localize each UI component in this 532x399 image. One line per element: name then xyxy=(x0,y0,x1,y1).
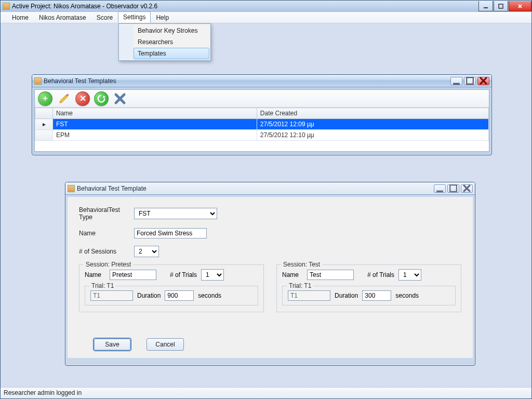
svg-rect-0 xyxy=(484,7,488,8)
session1-trial-name xyxy=(90,290,133,301)
session1-trials-select[interactable]: 1 xyxy=(201,269,224,281)
session2-trial-group: Trial: T1 Duration seconds xyxy=(282,286,456,305)
session1-duration-input[interactable] xyxy=(165,290,194,301)
settings-researchers[interactable]: Researchers xyxy=(134,36,209,48)
templates-list-title: Behavioral Test Templates xyxy=(44,77,116,85)
table-row[interactable]: ▸ FST 27/5/2012 12:09 μμ xyxy=(35,119,489,130)
template-form-body: BehavioralTest Type FST Name # of Sessio… xyxy=(68,197,473,358)
template-form-window: Behavioral Test Template BehavioralTest … xyxy=(65,182,475,366)
svg-rect-1 xyxy=(499,4,503,8)
form-maximize-button[interactable] xyxy=(447,184,459,193)
titlebar: Active Project: Nikos Aromatase - Observ… xyxy=(1,1,531,12)
refresh-icon[interactable] xyxy=(94,91,109,106)
label-seconds2: seconds xyxy=(395,292,419,299)
session1-trial-group: Trial: T1 Duration seconds xyxy=(85,286,258,305)
session2-trial-title: Trial: T1 xyxy=(287,282,313,289)
settings-dropdown: Behavior Key Strokes Researchers Templat… xyxy=(118,23,211,61)
minimize-button[interactable] xyxy=(478,1,493,11)
app-icon xyxy=(3,3,10,10)
label-testtype: BehavioralTest Type xyxy=(79,206,129,221)
label-duration2: Duration xyxy=(335,292,358,299)
templates-maximize-button[interactable] xyxy=(464,77,476,85)
session2-trials-select[interactable]: 1 xyxy=(398,269,421,281)
window-title: Active Project: Nikos Aromatase - Observ… xyxy=(12,3,157,10)
templates-minimize-button[interactable] xyxy=(450,77,462,85)
settings-templates[interactable]: Templates xyxy=(134,48,209,59)
svg-marker-6 xyxy=(103,95,106,98)
label-session1-trials: # of Trials xyxy=(170,271,197,278)
menu-project[interactable]: Nikos Aromatase xyxy=(34,12,91,23)
template-form-titlebar[interactable]: Behavioral Test Template xyxy=(65,182,475,195)
session-test-group: Session: Test Name # of Trials 1 Trial: … xyxy=(276,264,461,312)
label-sessions: # of Sessions xyxy=(79,248,129,255)
cancel-icon[interactable] xyxy=(113,91,127,106)
svg-marker-4 xyxy=(60,95,68,103)
label-name: Name xyxy=(79,230,129,237)
session1-name-input[interactable] xyxy=(110,270,156,280)
label-session2-trials: # of Trials xyxy=(367,271,394,278)
delete-icon[interactable]: ✕ xyxy=(75,91,90,106)
menu-settings[interactable]: Settings Behavior Key Strokes Researcher… xyxy=(118,11,151,23)
templates-toolbar: ＋ ✕ xyxy=(35,90,489,108)
cell-name: EPM xyxy=(53,130,257,141)
edit-icon[interactable] xyxy=(57,91,71,106)
svg-rect-7 xyxy=(436,191,443,192)
menu-home[interactable]: Home xyxy=(7,12,34,23)
form-minimize-button[interactable] xyxy=(434,184,446,193)
client-area: Behavioral Test Templates ＋ ✕ xyxy=(1,23,531,387)
cell-date: 27/5/2012 12:09 μμ xyxy=(257,119,488,130)
menu-score[interactable]: Score xyxy=(91,12,118,23)
sessions-select[interactable]: 2 xyxy=(134,246,159,257)
testtype-select[interactable]: FST xyxy=(134,208,217,219)
templates-list-window: Behavioral Test Templates ＋ ✕ xyxy=(32,74,492,155)
label-session1-name: Name xyxy=(85,271,105,278)
cell-name: FST xyxy=(53,119,257,130)
row-header-blank xyxy=(35,108,53,119)
table-row[interactable]: EPM 27/5/2012 12:10 μμ xyxy=(35,130,489,141)
templates-grid[interactable]: Name Date Created ▸ FST 27/5/2012 12:09 … xyxy=(35,108,489,141)
add-icon[interactable]: ＋ xyxy=(38,91,52,106)
templates-list-titlebar[interactable]: Behavioral Test Templates xyxy=(32,75,491,87)
main-window: Active Project: Nikos Aromatase - Observ… xyxy=(0,0,532,399)
maximize-button[interactable] xyxy=(494,1,508,11)
window-controls xyxy=(478,1,531,11)
col-date[interactable]: Date Created xyxy=(257,108,488,119)
templates-close-button[interactable] xyxy=(477,77,489,85)
template-form-title: Behavioral Test Template xyxy=(77,185,147,192)
session2-trial-name xyxy=(288,290,330,301)
session2-duration-input[interactable] xyxy=(362,290,391,301)
status-text: Researcher admin logged in xyxy=(4,389,82,396)
session-pretest-group: Session: Pretest Name # of Trials 1 Tria… xyxy=(79,264,264,312)
row-indicator-icon xyxy=(35,130,53,141)
session1-trial-title: Trial: T1 xyxy=(89,282,116,289)
form-icon xyxy=(68,185,75,192)
name-input[interactable] xyxy=(134,228,207,238)
settings-keystrokes[interactable]: Behavior Key Strokes xyxy=(134,25,209,36)
label-session2-name: Name xyxy=(282,271,303,278)
close-button[interactable] xyxy=(509,1,531,11)
cell-date: 27/5/2012 12:10 μμ xyxy=(257,130,488,141)
save-button[interactable]: Save xyxy=(94,338,131,351)
form-close-button[interactable] xyxy=(461,184,473,193)
form-icon xyxy=(34,77,42,85)
session1-title: Session: Pretest xyxy=(84,261,133,268)
label-duration1: Duration xyxy=(137,292,161,299)
svg-rect-8 xyxy=(450,185,457,192)
svg-rect-2 xyxy=(453,83,460,85)
session2-title: Session: Test xyxy=(281,261,322,268)
menu-settings-label: Settings xyxy=(123,14,145,21)
svg-rect-3 xyxy=(467,77,473,84)
col-name[interactable]: Name xyxy=(53,108,257,119)
menubar: Home Nikos Aromatase Score Settings Beha… xyxy=(1,12,531,23)
menu-help[interactable]: Help xyxy=(151,12,174,23)
label-seconds1: seconds xyxy=(198,292,221,299)
session2-name-input[interactable] xyxy=(307,270,354,280)
cancel-button[interactable]: Cancel xyxy=(147,338,184,351)
row-indicator-icon: ▸ xyxy=(35,119,53,130)
statusbar: Researcher admin logged in xyxy=(1,387,531,398)
